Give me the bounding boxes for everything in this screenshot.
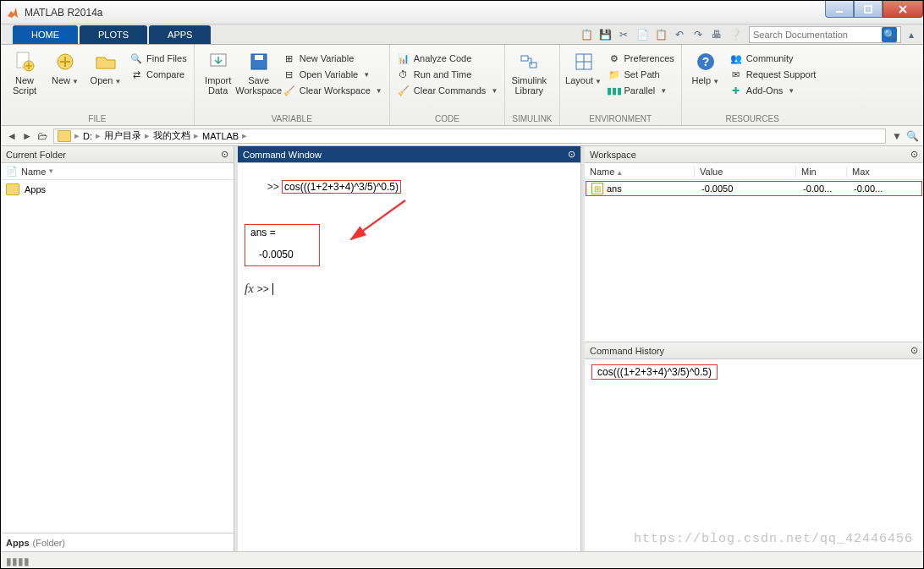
svg-rect-8 xyxy=(521,56,528,61)
crumb-d[interactable]: D: xyxy=(83,131,92,141)
cf-menu-icon[interactable]: ⊙ xyxy=(221,149,228,160)
command-history-body: cos(((1+2+3+4)^3/5)^0.5) xyxy=(585,359,923,551)
forward-button[interactable]: ► xyxy=(19,129,35,144)
new-variable-button[interactable]: ⊞New Variable xyxy=(283,52,382,65)
compare-button[interactable]: ⇄Compare xyxy=(129,68,187,81)
addons-button[interactable]: ✚Add-Ons▼ xyxy=(729,84,817,97)
open-var-icon: ⊟ xyxy=(283,68,296,81)
layout-icon xyxy=(572,50,596,74)
open-button[interactable]: Open▼ xyxy=(89,48,123,87)
request-support-button[interactable]: ✉Request Support xyxy=(729,68,817,81)
cf-details: Apps (Folder) xyxy=(1,533,234,551)
tab-plots[interactable]: PLOTS xyxy=(80,25,147,44)
tab-apps[interactable]: APPS xyxy=(149,25,211,44)
ws-col-value[interactable]: Value xyxy=(695,167,796,177)
ws-col-min[interactable]: Min xyxy=(796,167,847,177)
run-time-button[interactable]: ⏱Run and Time xyxy=(397,68,498,81)
history-item[interactable]: cos(((1+2+3+4)^3/5)^0.5) xyxy=(591,364,718,380)
ws-col-name[interactable]: Name▲ xyxy=(585,167,695,177)
command-window-header[interactable]: Command Window ⊙ xyxy=(238,146,580,163)
cf-body: Apps xyxy=(1,180,234,533)
tab-home[interactable]: HOME xyxy=(13,25,78,44)
cf-item-label: Apps xyxy=(25,184,46,194)
tab-row: HOME PLOTS APPS 📋 💾 ✂ 📄 📋 ↶ ↷ 🖶 ❔ 🔍 ▴ xyxy=(1,25,923,45)
cw-input-row[interactable]: fx >> xyxy=(245,282,574,296)
cf-footer-label: Apps xyxy=(6,538,30,548)
group-environment-label: ENVIRONMENT xyxy=(567,114,674,125)
clear-commands-button[interactable]: 🧹Clear Commands▼ xyxy=(397,84,498,97)
address-bar: ◄ ► 🗁 ▸ D: ▸ 用户目录 ▸ 我的文档 ▸ MATLAB ▸ ▼ 🔍 xyxy=(1,126,923,146)
qa-cut2-icon[interactable]: ✂ xyxy=(615,26,632,43)
window-controls xyxy=(825,1,923,18)
crumb-mydoc[interactable]: 我的文档 xyxy=(153,129,190,142)
preferences-button[interactable]: ⚙Preferences xyxy=(608,52,674,65)
browse-button[interactable]: ▼ xyxy=(889,129,905,144)
minimize-ribbon-icon[interactable]: ▴ xyxy=(903,26,920,43)
clear-cmds-label: Clear Commands xyxy=(414,85,487,96)
search-documentation[interactable]: 🔍 xyxy=(749,26,901,43)
set-path-label: Set Path xyxy=(624,69,660,79)
cw-ans-value: -0.0050 xyxy=(250,249,294,260)
ch-menu-icon[interactable]: ⊙ xyxy=(910,345,918,356)
cf-item-apps[interactable]: Apps xyxy=(1,182,234,197)
group-environment: Layout▼ ⚙Preferences 📁Set Path ▮▮▮Parall… xyxy=(560,45,682,125)
analyze-code-button[interactable]: 📊Analyze Code xyxy=(397,52,498,65)
save-ws-label: Save Workspace xyxy=(235,75,282,96)
qa-undo-icon[interactable]: ↶ xyxy=(671,26,688,43)
qa-paste-icon[interactable]: 📋 xyxy=(652,26,669,43)
current-folder-header[interactable]: Current Folder ⊙ xyxy=(1,146,234,163)
crumb-matlab[interactable]: MATLAB xyxy=(202,131,239,141)
group-simulink: Simulink Library SIMULINK xyxy=(505,45,559,125)
search-folder-button[interactable]: 🔍 xyxy=(905,129,920,144)
cf-columns[interactable]: 📄 Name ▼ xyxy=(1,163,234,180)
help-button[interactable]: ? Help▼ xyxy=(689,48,723,87)
group-resources: ? Help▼ 👥Community ✉Request Support ✚Add… xyxy=(682,45,823,125)
search-go-button[interactable]: 🔍 xyxy=(882,27,897,42)
qa-copy-icon[interactable]: 📄 xyxy=(634,26,651,43)
cf-footer-type: (Folder) xyxy=(33,538,66,548)
layout-button[interactable]: Layout▼ xyxy=(567,48,601,87)
workspace-header[interactable]: Workspace ⊙ xyxy=(585,146,923,163)
back-button[interactable]: ◄ xyxy=(4,129,19,144)
save-workspace-button[interactable]: Save Workspace xyxy=(242,48,276,96)
workspace-columns[interactable]: Name▲ Value Min Max xyxy=(585,163,923,180)
ws-col-max[interactable]: Max xyxy=(847,167,923,177)
set-path-button[interactable]: 📁Set Path xyxy=(608,68,674,81)
status-bar: ▮▮▮▮ xyxy=(1,551,923,569)
clear-workspace-button[interactable]: 🧹Clear Workspace▼ xyxy=(283,84,382,97)
addons-icon: ✚ xyxy=(729,84,743,97)
new-button[interactable]: New▼ xyxy=(48,48,82,87)
qa-help-icon[interactable]: ❔ xyxy=(727,26,744,43)
open-variable-button[interactable]: ⊟Open Variable▼ xyxy=(283,68,382,81)
command-history-header[interactable]: Command History ⊙ xyxy=(585,342,923,359)
maximize-button[interactable] xyxy=(854,1,883,18)
simulink-icon xyxy=(517,50,541,74)
qa-print-icon[interactable]: 🖶 xyxy=(708,26,725,43)
search-input[interactable] xyxy=(753,30,882,40)
run-time-icon: ⏱ xyxy=(397,68,410,81)
cw-menu-icon[interactable]: ⊙ xyxy=(568,149,575,160)
ws-menu-icon[interactable]: ⊙ xyxy=(910,149,918,160)
community-button[interactable]: 👥Community xyxy=(729,52,817,65)
simulink-library-button[interactable]: Simulink Library xyxy=(512,48,546,96)
parallel-button[interactable]: ▮▮▮Parallel▼ xyxy=(608,84,674,97)
fx-icon[interactable]: fx xyxy=(245,282,254,296)
up-button[interactable]: 🗁 xyxy=(35,129,50,144)
ws-row-name: ans xyxy=(607,183,622,194)
qa-save-icon[interactable]: 💾 xyxy=(597,26,613,43)
ws-row-min: -0.00... xyxy=(798,183,849,194)
group-resources-label: RESOURCES xyxy=(689,114,817,125)
close-button[interactable] xyxy=(883,1,923,18)
crumb-userdir[interactable]: 用户目录 xyxy=(104,129,141,142)
address-field[interactable]: ▸ D: ▸ 用户目录 ▸ 我的文档 ▸ MATLAB ▸ xyxy=(53,129,886,144)
command-window-body[interactable]: >> cos(((1+2+3+4)^3/5)^0.5) ans = -0.005… xyxy=(238,163,580,551)
save-ws-icon xyxy=(247,50,271,74)
new-script-button[interactable]: New Script xyxy=(8,48,41,96)
minimize-button[interactable] xyxy=(825,1,854,18)
find-files-button[interactable]: 🔍Find Files xyxy=(129,52,187,65)
qa-cut-icon[interactable]: 📋 xyxy=(578,26,595,43)
import-icon xyxy=(206,50,230,74)
workspace-row-ans[interactable]: ans -0.0050 -0.00... -0.00... xyxy=(586,181,922,196)
qa-redo-icon[interactable]: ↷ xyxy=(690,26,707,43)
import-data-button[interactable]: Import Data xyxy=(201,48,235,96)
